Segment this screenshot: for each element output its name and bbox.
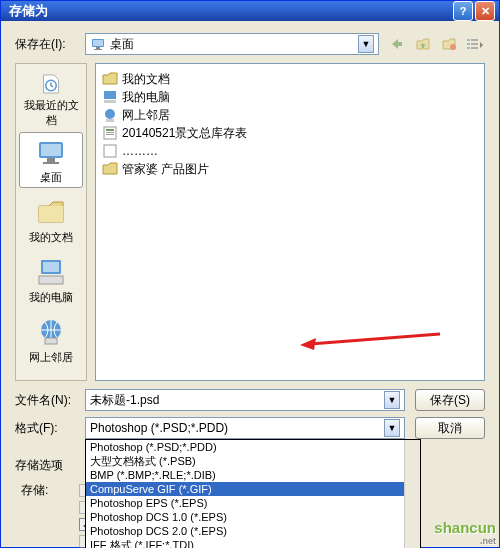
sidebar-item-label: 网上邻居 — [29, 350, 73, 365]
save-in-label: 保存在(I): — [15, 36, 77, 53]
sidebar-item-computer[interactable]: 我的电脑 — [19, 252, 83, 308]
svg-rect-24 — [106, 119, 114, 122]
format-combo[interactable]: Photoshop (*.PSD;*.PDD) ▼ Photoshop (*.P… — [85, 417, 405, 439]
svg-rect-9 — [471, 43, 478, 45]
places-sidebar: 我最近的文档 桌面 我的文档 我的电脑 网上邻居 — [15, 63, 87, 381]
format-row: 格式(F): Photoshop (*.PSD;*.PDD) ▼ Photosh… — [15, 417, 485, 439]
filename-label: 文件名(N): — [15, 392, 85, 409]
format-label: 格式(F): — [15, 420, 85, 437]
views-icon[interactable] — [465, 34, 485, 54]
sidebar-item-network[interactable]: 网上邻居 — [19, 312, 83, 368]
format-dropdown[interactable]: Photoshop (*.PSD;*.PDD)大型文档格式 (*.PSB)BMP… — [85, 439, 421, 548]
save-in-row: 保存在(I): 桌面 ▼ — [15, 33, 485, 55]
main-area: 我最近的文档 桌面 我的文档 我的电脑 网上邻居 — [15, 63, 485, 381]
list-item[interactable]: ……… — [102, 142, 478, 160]
sidebar-item-desktop[interactable]: 桌面 — [19, 132, 83, 188]
svg-rect-28 — [106, 134, 114, 135]
chevron-down-icon[interactable]: ▼ — [358, 35, 374, 53]
svg-rect-21 — [104, 91, 116, 99]
svg-rect-2 — [96, 47, 100, 49]
svg-rect-22 — [104, 100, 116, 103]
sidebar-item-label: 桌面 — [40, 170, 62, 185]
list-item[interactable]: 网上邻居 — [102, 106, 478, 124]
list-item[interactable]: 20140521景文总库存表 — [102, 124, 478, 142]
svg-rect-18 — [39, 276, 63, 284]
storage-label: 存储: — [21, 482, 79, 548]
cancel-button[interactable]: 取消 — [415, 417, 485, 439]
svg-rect-20 — [45, 338, 57, 344]
new-folder-icon[interactable] — [439, 34, 459, 54]
dropdown-item[interactable]: BMP (*.BMP;*.RLE;*.DIB) — [86, 468, 420, 482]
close-button[interactable]: ✕ — [475, 1, 495, 21]
sidebar-item-label: 我的电脑 — [29, 290, 73, 305]
svg-rect-3 — [94, 49, 102, 50]
titlebar[interactable]: 存储为 ? ✕ — [1, 1, 499, 21]
filename-row: 文件名(N): 未标题-1.psd ▼ 保存(S) — [15, 389, 485, 411]
bottom-area: 文件名(N): 未标题-1.psd ▼ 保存(S) 格式(F): Photosh… — [15, 381, 485, 548]
sidebar-item-recent[interactable]: 我最近的文档 — [19, 72, 83, 128]
list-item[interactable]: 我的电脑 — [102, 88, 478, 106]
save-as-dialog: 存储为 ? ✕ 保存在(I): 桌面 ▼ 我最近的文档 — [0, 0, 500, 548]
computer-icon — [35, 256, 67, 288]
file-icon — [102, 125, 118, 141]
documents-icon — [35, 196, 67, 228]
svg-rect-17 — [43, 262, 59, 272]
location-combo[interactable]: 桌面 ▼ — [85, 33, 379, 55]
svg-rect-5 — [467, 39, 470, 41]
svg-rect-8 — [471, 39, 478, 41]
sidebar-item-label: 我的文档 — [29, 230, 73, 245]
dropdown-item[interactable]: CompuServe GIF (*.GIF) — [86, 482, 420, 496]
sidebar-item-documents[interactable]: 我的文档 — [19, 192, 83, 248]
chevron-down-icon[interactable]: ▼ — [384, 419, 400, 437]
svg-rect-15 — [43, 162, 59, 164]
svg-rect-29 — [104, 145, 116, 157]
svg-rect-7 — [467, 47, 470, 49]
computer-icon — [102, 89, 118, 105]
dropdown-item[interactable]: Photoshop EPS (*.EPS) — [86, 496, 420, 510]
svg-rect-26 — [106, 129, 114, 131]
back-icon[interactable] — [387, 34, 407, 54]
network-icon — [102, 107, 118, 123]
scrollbar[interactable] — [404, 440, 420, 548]
folder-icon — [102, 71, 118, 87]
dropdown-item[interactable]: IFF 格式 (*.IFF;*.TDI) — [86, 538, 420, 548]
up-icon[interactable] — [413, 34, 433, 54]
sidebar-item-label: 我最近的文档 — [19, 98, 83, 128]
svg-rect-13 — [41, 144, 61, 156]
file-icon — [102, 143, 118, 159]
dropdown-item[interactable]: Photoshop DCS 1.0 (*.EPS) — [86, 510, 420, 524]
dropdown-item[interactable]: Photoshop (*.PSD;*.PDD) — [86, 440, 420, 454]
dropdown-item[interactable]: 大型文档格式 (*.PSB) — [86, 454, 420, 468]
title-text: 存储为 — [5, 2, 451, 20]
svg-point-23 — [105, 109, 115, 119]
folder-icon — [102, 161, 118, 177]
toolbar-icons — [387, 34, 485, 54]
svg-point-4 — [450, 44, 456, 50]
filename-input[interactable]: 未标题-1.psd ▼ — [85, 389, 405, 411]
network-icon — [35, 316, 67, 348]
svg-rect-1 — [93, 40, 103, 46]
svg-rect-6 — [467, 43, 470, 45]
save-button[interactable]: 保存(S) — [415, 389, 485, 411]
dropdown-item[interactable]: Photoshop DCS 2.0 (*.EPS) — [86, 524, 420, 538]
help-button[interactable]: ? — [453, 1, 473, 21]
svg-rect-14 — [47, 158, 55, 162]
file-list[interactable]: 我的文档 我的电脑 网上邻居 20140521景文总库存表 ……… 管家婆 产品… — [95, 63, 485, 381]
svg-rect-10 — [471, 47, 478, 49]
chevron-down-icon[interactable]: ▼ — [384, 391, 400, 409]
list-item[interactable]: 我的文档 — [102, 70, 478, 88]
desktop-icon — [90, 36, 106, 52]
dialog-content: 保存在(I): 桌面 ▼ 我最近的文档 桌面 — [1, 21, 499, 548]
location-text: 桌面 — [110, 36, 358, 53]
svg-rect-27 — [106, 132, 114, 133]
recent-icon — [35, 72, 67, 96]
desktop-icon-large — [35, 136, 67, 168]
list-item[interactable]: 管家婆 产品图片 — [102, 160, 478, 178]
